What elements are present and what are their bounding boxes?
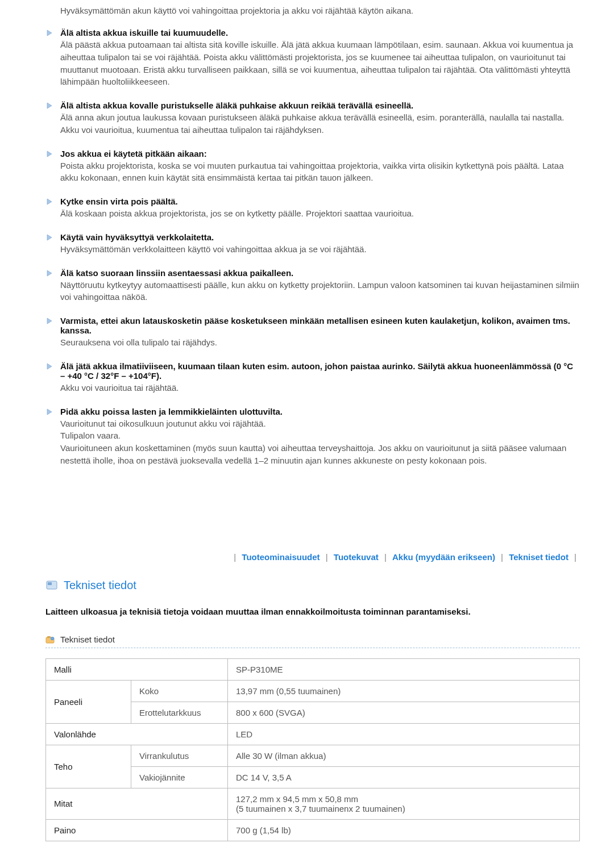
spec-panel-res-value: 800 x 600 (SVGA) [228,702,580,723]
spec-power-cons-label: Virrankulutus [131,745,228,766]
warning-item: Älä altista akkua kovalle puristukselle … [45,101,580,136]
warning-item: Älä altista akkua iskuille tai kuumuudel… [45,28,580,88]
svg-marker-6 [47,318,52,324]
bullet-right-icon [45,198,53,206]
warning-title: Älä jätä akkua ilmatiiviiseen, kuumaan t… [60,361,580,381]
spec-panel-size-label: Koko [131,680,228,702]
bullet-right-icon [45,29,53,37]
spec-panel-res-label: Erottelutarkkuus [131,702,228,723]
svg-marker-3 [47,199,52,205]
spec-table: Malli SP-P310ME Paneeli Koko 13,97 mm (0… [45,658,580,841]
spec-power-volt-value: DC 14 V, 3,5 A [228,766,580,788]
warning-item: Kytke ensin virta pois päältä.Älä koskaa… [45,197,580,220]
spec-power-label: Teho [46,745,131,788]
warning-item: Älä katso suoraan linssiin asentaessasi … [45,268,580,304]
warning-body: Älä päästä akkua putoamaan tai altista s… [60,39,580,88]
svg-marker-1 [47,103,52,108]
warning-item: Varmista, ettei akun latauskosketin pääs… [45,316,580,349]
bullet-right-icon [45,317,53,325]
spec-panel-label: Paneeli [46,680,131,723]
spec-power-volt-label: Vakiojännite [131,766,228,788]
subsection-heading: Tekniset tiedot [45,635,580,648]
spec-power-cons-value: Alle 30 W (ilman akkua) [228,745,580,766]
section-icon [45,579,58,591]
warning-intro-text: Hyväksymättömän akun käyttö voi vahingoi… [45,6,580,15]
subsection-icon [45,635,56,644]
warning-body: Poista akku projektorista, koska se voi … [60,160,580,185]
nav-link-images[interactable]: Tuotekuvat [334,552,379,562]
warning-title: Varmista, ettei akun latauskosketin pääs… [60,316,580,335]
warning-body: Hyväksymättömän verkkolaitteen käyttö vo… [60,243,580,256]
svg-marker-5 [47,270,52,276]
spec-model-label: Malli [46,658,228,680]
spec-dim-label: Mitat [46,788,228,819]
spec-model-value: SP-P310ME [228,658,580,680]
section-heading: Tekniset tiedot [45,579,580,592]
warning-item: Käytä vain hyväksyttyä verkkolaitetta.Hy… [45,232,580,256]
bullet-right-icon [45,233,53,241]
warning-item: Jos akkua ei käytetä pitkään aikaan:Pois… [45,149,580,185]
spec-weight-value: 700 g (1,54 lb) [228,819,580,841]
section-nav-links: | Tuoteominaisuudet | Tuotekuvat | Akku … [45,552,580,562]
svg-marker-8 [47,409,52,415]
warning-body: Vaurioitunut tai oikosulkuun joutunut ak… [60,418,580,467]
warning-title: Käytä vain hyväksyttyä verkkolaitetta. [60,232,580,242]
svg-marker-0 [47,30,52,36]
bullet-right-icon [45,408,53,416]
svg-marker-2 [47,151,52,157]
spec-weight-label: Paino [46,819,228,841]
nav-link-features[interactable]: Tuoteominaisuudet [242,552,320,562]
spec-light-value: LED [228,723,580,745]
spec-dim-value: 127,2 mm x 94,5 mm x 50,8 mm (5 tuumaine… [228,788,580,819]
warning-body: Seurauksena voi olla tulipalo tai räjähd… [60,336,580,349]
warning-title: Älä altista akkua kovalle puristukselle … [60,101,580,110]
warning-item: Pidä akku poissa lasten ja lemmikkieläin… [45,407,580,467]
warning-body: Älä koskaan poista akkua projektorista, … [60,207,580,220]
warning-body: Älä anna akun joutua laukussa kovaan pur… [60,111,580,136]
bullet-right-icon [45,150,53,158]
warning-body: Akku voi vaurioitua tai räjähtää. [60,382,580,394]
section-note: Laitteen ulkoasua ja teknisiä tietoja vo… [45,607,580,616]
warning-body: Näyttöruutu kytkeytyy automaattisesti pä… [60,279,580,304]
nav-link-specs[interactable]: Tekniset tiedot [509,552,569,562]
subsection-label: Tekniset tiedot [60,635,115,644]
warning-title: Jos akkua ei käytetä pitkään aikaan: [60,149,580,158]
bullet-right-icon [45,269,53,277]
nav-link-battery[interactable]: Akku (myydään erikseen) [392,552,495,562]
section-heading-label: Tekniset tiedot [64,579,136,592]
spec-light-label: Valonlähde [46,723,228,745]
warning-title: Älä altista akkua iskuille tai kuumuudel… [60,28,580,37]
warning-title: Pidä akku poissa lasten ja lemmikkieläin… [60,407,580,416]
bullet-right-icon [45,102,53,110]
bullet-right-icon [45,362,53,370]
warning-title: Kytke ensin virta pois päältä. [60,197,580,206]
svg-rect-10 [48,582,52,585]
svg-marker-4 [47,235,52,240]
warning-title: Älä katso suoraan linssiin asentaessasi … [60,268,580,278]
svg-marker-7 [47,364,52,369]
warning-item: Älä jätä akkua ilmatiiviiseen, kuumaan t… [45,361,580,394]
spec-panel-size-value: 13,97 mm (0,55 tuumainen) [228,680,580,702]
svg-rect-12 [47,636,51,638]
